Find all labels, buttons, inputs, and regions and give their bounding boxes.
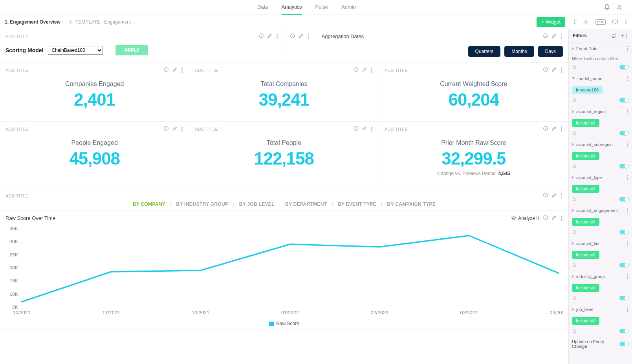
edit-icon[interactable] (551, 126, 557, 131)
nav-pulse[interactable]: Pulse (315, 0, 328, 15)
filter-menu-button[interactable] (626, 306, 629, 313)
present-icon[interactable] (612, 19, 618, 25)
widget-menu-button[interactable] (181, 126, 183, 132)
filter-menu-button[interactable] (626, 75, 629, 82)
nav-admin[interactable]: Admin (341, 0, 356, 15)
edit-icon[interactable] (362, 126, 367, 131)
filter-header[interactable]: account_engagement (569, 204, 632, 216)
filter-toggle[interactable] (619, 197, 629, 201)
widget-title-placeholder[interactable]: ADD TITLE (195, 127, 218, 132)
filter-chip[interactable]: Include all (572, 119, 599, 127)
info-icon[interactable] (543, 126, 548, 131)
widget-title-placeholder[interactable]: ADD TITLE (5, 34, 29, 39)
filter-toggle[interactable] (619, 263, 629, 267)
filter-toggle[interactable] (619, 65, 629, 70)
widget-title-placeholder[interactable]: ADD TITLE (5, 68, 29, 73)
widget-menu-button[interactable] (560, 33, 563, 40)
agg-days-button[interactable]: Days (538, 46, 563, 57)
edit-icon[interactable] (551, 192, 557, 198)
filter-chip[interactable]: Include all (572, 251, 599, 259)
apply-button[interactable]: APPLY (115, 45, 148, 55)
filter-header[interactable]: industry_group (569, 270, 632, 282)
info-icon[interactable] (163, 126, 169, 131)
edit-icon[interactable] (172, 67, 178, 72)
widget-menu-button[interactable] (560, 215, 563, 221)
user-icon[interactable] (616, 4, 623, 11)
widget-menu-button[interactable] (181, 67, 183, 73)
trash-icon[interactable] (572, 296, 577, 300)
trash-icon[interactable] (572, 197, 577, 201)
trash-icon[interactable] (572, 131, 577, 135)
edit-icon[interactable] (299, 33, 304, 38)
filter-chip[interactable]: Include all (572, 284, 599, 292)
filter-header[interactable]: account_subregion (569, 138, 632, 150)
widget-menu-button[interactable] (560, 67, 563, 73)
filter-toggle[interactable] (619, 164, 629, 168)
info-icon[interactable] (258, 33, 264, 38)
info-icon[interactable] (163, 67, 169, 72)
widget-menu-button[interactable] (560, 126, 563, 132)
widget-menu-button[interactable] (276, 33, 278, 40)
filter-menu-button[interactable] (626, 240, 629, 247)
template-selector[interactable]: TEMPLATE - Engagement ⌄ (68, 19, 136, 25)
filter-chip[interactable]: Include all (572, 218, 599, 226)
widget-title-placeholder[interactable]: ADD TITLE (385, 127, 408, 132)
update-on-change-toggle[interactable] (619, 342, 629, 346)
filter-toggle[interactable] (619, 98, 629, 102)
info-icon[interactable] (543, 192, 548, 198)
widget-menu-button[interactable] (370, 126, 373, 132)
filter-header[interactable]: Event Date (569, 42, 632, 55)
agg-quarters-button[interactable]: Quarters (468, 46, 501, 57)
analyze-it-button[interactable]: Analyze It (511, 216, 539, 221)
text-tool-icon[interactable]: T (573, 18, 577, 25)
agg-months-button[interactable]: Months (504, 46, 534, 57)
filter-chip[interactable]: Inbound180 (572, 86, 603, 94)
refresh-icon[interactable] (611, 33, 617, 38)
trash-icon[interactable] (572, 65, 577, 70)
tab-by-job-level[interactable]: BY JOB LEVEL (239, 201, 275, 207)
filter-menu-button[interactable] (626, 273, 629, 280)
filter-toggle[interactable] (619, 230, 629, 234)
filter-toggle[interactable] (619, 329, 629, 333)
widget-menu-button[interactable] (307, 33, 310, 40)
edit-icon[interactable] (551, 67, 557, 72)
filter-menu-button[interactable] (626, 141, 629, 148)
edit-icon[interactable] (267, 33, 273, 38)
edit-icon[interactable] (172, 126, 178, 131)
trash-icon[interactable] (572, 329, 577, 333)
tab-by-industry-group[interactable]: BY INDUSTRY GROUP (176, 201, 228, 207)
info-icon[interactable] (543, 215, 548, 220)
filter-menu-button[interactable] (626, 45, 629, 52)
info-icon[interactable] (290, 33, 295, 38)
widget-menu-button[interactable] (370, 67, 373, 73)
filter-toggle[interactable] (619, 131, 629, 135)
add-filter-icon[interactable] (620, 33, 625, 38)
theme-icon[interactable] (583, 19, 589, 25)
trash-icon[interactable] (572, 98, 577, 102)
tab-by-company[interactable]: BY COMPANY (133, 201, 165, 207)
nav-analytics[interactable]: Analytics (282, 0, 302, 15)
info-icon[interactable] (353, 126, 359, 131)
filter-header[interactable]: account_tier (569, 237, 632, 249)
info-icon[interactable] (543, 67, 548, 72)
more-menu-button[interactable] (625, 18, 627, 25)
filter-header[interactable]: model_name (569, 72, 632, 84)
tab-by-campaign-type[interactable]: BY CAMPAIGN TYPE (387, 201, 436, 207)
widget-title-placeholder[interactable]: ADD TITLE (5, 194, 29, 198)
filter-chip[interactable]: Include all (572, 317, 599, 325)
filter-header[interactable]: account_region (569, 105, 632, 117)
trash-icon[interactable] (572, 230, 577, 234)
filter-chip[interactable]: Include all (572, 185, 599, 193)
trash-icon[interactable] (572, 263, 577, 267)
edit-icon[interactable] (551, 215, 557, 220)
filters-menu-button[interactable] (625, 32, 628, 39)
filter-menu-button[interactable] (626, 108, 629, 115)
add-widget-button[interactable]: +Widget (537, 17, 565, 27)
widget-title-placeholder[interactable]: ADD TITLE (385, 68, 408, 73)
tab-by-department[interactable]: BY DEPARTMENT (285, 201, 327, 207)
pdf-export-button[interactable]: PDF (595, 19, 606, 25)
tab-by-event-type[interactable]: BY EVENT TYPE (338, 201, 376, 207)
widget-title-placeholder[interactable]: ADD TITLE (195, 68, 218, 73)
edit-icon[interactable] (551, 33, 557, 38)
filter-chip[interactable]: Include all (572, 152, 599, 160)
